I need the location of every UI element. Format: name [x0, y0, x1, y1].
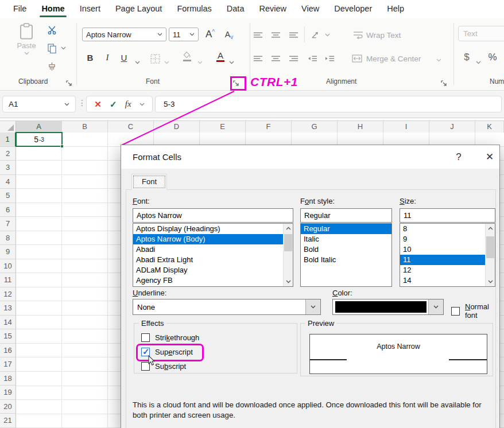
row-header[interactable]: 18	[0, 372, 16, 386]
align-bottom-button[interactable]	[286, 28, 300, 42]
normal-font-option[interactable]: Normal font	[451, 302, 499, 320]
row-header[interactable]: 15	[0, 329, 16, 344]
fill-handle[interactable]	[60, 145, 64, 148]
formula-input[interactable]: 5-3	[155, 96, 502, 112]
row-header[interactable]: 20	[0, 400, 16, 414]
select-all-corner[interactable]	[0, 121, 16, 133]
borders-chevron-icon[interactable]	[164, 61, 169, 64]
align-center-button[interactable]	[269, 52, 282, 65]
column-header-h[interactable]: H	[338, 121, 383, 133]
scrollbar-thumb[interactable]	[284, 234, 292, 251]
size-list-item-selected[interactable]: 11	[400, 255, 495, 265]
font-color-chevron-icon[interactable]	[229, 61, 234, 64]
menu-formulas[interactable]: Formulas	[169, 0, 219, 18]
tab-font[interactable]: Font	[131, 174, 167, 190]
underline-dropdown-chevron-icon[interactable]	[305, 299, 320, 314]
row-header[interactable]: 6	[0, 203, 16, 217]
merge-center-label[interactable]: Merge & Center	[366, 55, 421, 63]
confirm-entry-icon[interactable]: ✓	[110, 99, 117, 110]
size-input[interactable]: 11	[400, 208, 495, 223]
menu-file[interactable]: File	[6, 0, 34, 18]
format-painter-button[interactable]	[45, 60, 59, 73]
alignment-dialog-launcher-icon[interactable]	[441, 79, 449, 87]
increase-indent-button[interactable]	[323, 52, 336, 65]
column-header-k[interactable]: K	[475, 121, 504, 133]
menu-insert[interactable]: Insert	[72, 0, 108, 18]
formula-bar-grip[interactable]: ⋮	[78, 98, 86, 107]
size-list-item[interactable]: 14	[400, 275, 495, 286]
size-list[interactable]: 8 9 10 11 12 14	[400, 223, 495, 287]
clipboard-dialog-launcher-icon[interactable]	[66, 79, 75, 87]
fill-color-chevron-icon[interactable]	[197, 61, 203, 64]
underline-button[interactable]: U	[118, 50, 130, 64]
number-format-combo[interactable]: Text	[458, 26, 504, 41]
font-size-combo[interactable]: 11	[169, 28, 199, 41]
menu-developer[interactable]: Developer	[327, 0, 379, 18]
menu-page-layout[interactable]: Page Layout	[108, 0, 169, 18]
scroll-up-icon[interactable]	[284, 224, 293, 233]
decrease-indent-button[interactable]	[305, 52, 319, 65]
paste-chevron-icon[interactable]	[24, 52, 29, 55]
column-header-b[interactable]: B	[62, 121, 108, 133]
close-icon[interactable]: ✕	[481, 149, 498, 166]
dialog-titlebar[interactable]: Format Cells	[121, 145, 499, 169]
scrollbar-thumb[interactable]	[486, 236, 494, 258]
currency-chevron-icon[interactable]	[476, 61, 481, 64]
fill-color-button[interactable]	[180, 49, 194, 63]
column-header-e[interactable]: E	[200, 121, 246, 133]
font-list-item[interactable]: Abadi	[133, 244, 293, 255]
row-header[interactable]: 9	[0, 245, 16, 259]
style-list-item[interactable]: Bold Italic	[301, 255, 391, 265]
row-header[interactable]: 16	[0, 344, 16, 358]
row-header[interactable]: 7	[0, 217, 16, 231]
column-header-f[interactable]: F	[246, 121, 292, 133]
font-style-input[interactable]: Regular	[300, 208, 392, 223]
row-header[interactable]: 1	[0, 133, 16, 147]
font-color-button[interactable]: A	[214, 49, 227, 63]
merge-center-button[interactable]	[350, 52, 364, 65]
scroll-down-icon[interactable]	[486, 277, 495, 286]
row-header[interactable]: 2	[0, 147, 16, 161]
menu-help[interactable]: Help	[379, 0, 412, 18]
fx-chevron-icon[interactable]	[139, 103, 145, 106]
row-header[interactable]: 13	[0, 301, 16, 316]
font-list-item-selected[interactable]: Aptos Narrow (Body)	[133, 234, 293, 244]
increase-font-size-button[interactable]: A^	[202, 28, 218, 41]
strikethrough-checkbox[interactable]	[141, 333, 150, 342]
row-header[interactable]: 14	[0, 316, 16, 330]
menu-data[interactable]: Data	[219, 0, 252, 18]
font-list-item[interactable]: Agency FB	[133, 275, 293, 286]
style-list-item-selected[interactable]: Regular	[301, 224, 391, 234]
row-header[interactable]: 11	[0, 273, 16, 287]
currency-button[interactable]: $	[461, 50, 472, 64]
selected-cell-a1[interactable]: 5-3	[15, 132, 63, 147]
decrease-font-size-button[interactable]: Av	[221, 28, 237, 41]
font-list-scrollbar[interactable]	[283, 224, 293, 286]
copy-button[interactable]	[45, 41, 59, 55]
cut-button[interactable]	[45, 23, 59, 37]
copy-chevron-icon[interactable]	[61, 46, 66, 50]
wrap-text-button[interactable]	[351, 28, 365, 42]
orientation-button[interactable]	[309, 28, 323, 42]
row-header[interactable]: 19	[0, 386, 16, 400]
align-top-button[interactable]	[251, 28, 265, 42]
insert-function-icon[interactable]: fx	[125, 99, 131, 109]
color-dropdown-chevron-icon[interactable]	[428, 299, 443, 314]
row-header[interactable]: 3	[0, 161, 16, 175]
normal-font-checkbox[interactable]	[451, 307, 460, 316]
style-list-item[interactable]: Bold	[301, 244, 391, 255]
column-header-g[interactable]: G	[292, 121, 338, 133]
font-style-list[interactable]: Regular Italic Bold Bold Italic	[300, 223, 392, 287]
font-list-item[interactable]: ADLaM Display	[133, 265, 293, 275]
row-header[interactable]: 12	[0, 287, 16, 302]
borders-button[interactable]	[148, 52, 162, 65]
column-header-c[interactable]: C	[108, 121, 154, 133]
row-header[interactable]: 4	[0, 175, 16, 189]
merge-center-chevron-icon[interactable]	[436, 59, 441, 62]
menu-review[interactable]: Review	[251, 0, 294, 18]
row-header[interactable]: 21	[0, 414, 16, 428]
font-name-combo[interactable]: Aptos Narrow	[82, 28, 166, 41]
underline-chevron-icon[interactable]	[135, 61, 140, 64]
font-input[interactable]: Aptos Narrow	[133, 208, 293, 223]
help-button[interactable]: ?	[450, 149, 467, 166]
